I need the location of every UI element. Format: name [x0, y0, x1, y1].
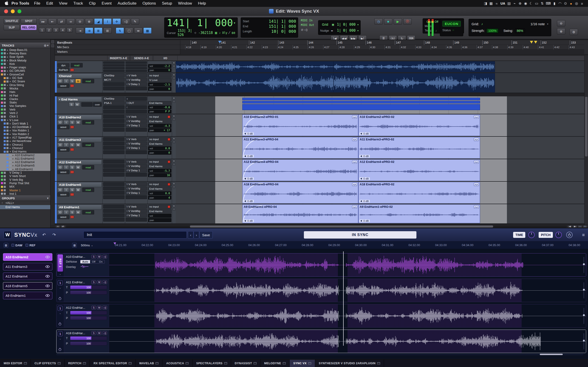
- track-lane[interactable]: [176, 96, 588, 114]
- undo-icon[interactable]: ↶: [41, 232, 48, 238]
- menu-item[interactable]: View: [56, 1, 70, 6]
- tab-transient-button[interactable]: ⇤: [48, 18, 57, 25]
- record-arm-indicator[interactable]: [168, 183, 170, 186]
- insert-send-slot[interactable]: b V Verb: [126, 182, 147, 186]
- pan-display[interactable]: pan16: [148, 173, 171, 177]
- insert-send-slot[interactable]: [126, 173, 147, 177]
- clip-drag-handle[interactable]: ⋮⋮: [335, 289, 340, 292]
- bottom-tab[interactable]: ACOUSTICA: [162, 360, 192, 367]
- insert-send-slot[interactable]: [126, 64, 147, 67]
- folder-arrow-icon[interactable]: ▾: [6, 73, 9, 76]
- groups-panel-header[interactable]: GROUPS ▾: [0, 195, 50, 201]
- bottom-tab[interactable]: WAVELAB: [136, 360, 162, 367]
- menu-item[interactable]: Window: [175, 1, 195, 6]
- sidebar-track-item[interactable]: ▸ Orca String: [0, 83, 50, 87]
- sidebar-track-item[interactable]: ▸ GC Snare: [0, 80, 50, 83]
- insert-send-slot[interactable]: b OUT: [126, 101, 147, 105]
- solo-button[interactable]: S: [69, 165, 75, 169]
- mode-grid-button[interactable]: REL GRID: [21, 25, 37, 30]
- record-button[interactable]: Ⓟ: [403, 18, 412, 25]
- sidebar-track-item[interactable]: ▸ Block Melody: [0, 59, 50, 62]
- automation-mode-button[interactable]: read: [82, 143, 94, 147]
- toolbar-settings-gear-icon[interactable]: ⚙: [570, 29, 578, 35]
- insert-send-slot[interactable]: [103, 150, 124, 154]
- folder-arrow-icon[interactable]: ▸: [6, 52, 9, 55]
- lane-track-name[interactable]: A18 EndHar...: [66, 332, 90, 335]
- hzoom-in-button[interactable]: +: [583, 225, 587, 228]
- focus-moon-icon[interactable]: ☾: [528, 1, 534, 6]
- hscroll-track[interactable]: [66, 225, 567, 227]
- folder-arrow-icon[interactable]: ▸: [9, 136, 11, 139]
- solo-button[interactable]: S: [69, 120, 75, 125]
- visibility-eye-icon[interactable]: [45, 256, 50, 259]
- insert-send-slot[interactable]: [103, 142, 124, 145]
- track-lane[interactable]: A11 EndHarm3-ePRO-04 0 dB A11 EndHarm3-e…: [176, 137, 588, 159]
- sidebar-track-item[interactable]: ▸ Don't Walk 1: [0, 122, 50, 125]
- clip-effects-icon[interactable]: [352, 115, 357, 119]
- clip-drag-handle[interactable]: ⋮⋮: [335, 314, 340, 318]
- zoom-preset-5[interactable]: 5: [67, 27, 73, 33]
- clip-effects-icon[interactable]: [474, 138, 479, 141]
- insert-send-slot[interactable]: c V VerbBig: [126, 209, 147, 213]
- solo-button[interactable]: S: [69, 102, 74, 107]
- insert-send-slot[interactable]: [103, 110, 124, 114]
- audio-clip[interactable]: A10 EndHarm2-ePRO-02 0 dB: [358, 115, 480, 136]
- folder-arrow-icon[interactable]: ▸: [6, 49, 9, 51]
- input-selector[interactable]: no input: [148, 160, 171, 164]
- clip-gain-badge[interactable]: 0 dB: [359, 219, 370, 222]
- sidebar-track-item[interactable]: ▸ Master 1: [0, 189, 50, 192]
- track-lane[interactable]: A12 EndHarm4-ePRO-04 0 dB A12 EndHarm4-e…: [176, 159, 588, 181]
- ref-gain-slider[interactable]: [583, 257, 585, 273]
- sidebar-track-item[interactable]: ▸ Stabs: [0, 101, 50, 104]
- insert-send-slot[interactable]: [103, 213, 124, 217]
- folder-clip-summary[interactable]: [242, 104, 480, 110]
- folder-arrow-icon[interactable]: ▸: [12, 158, 14, 160]
- pitch-slider[interactable]: 100: [70, 291, 107, 294]
- volume-display[interactable]: vol-0.6: [148, 106, 171, 109]
- clip-effects-icon[interactable]: [352, 205, 357, 209]
- insert-send-slot[interactable]: [103, 195, 124, 199]
- scroll-options-icon[interactable]: ≡: [56, 225, 60, 228]
- folder-arrow-icon[interactable]: ▸: [9, 147, 11, 149]
- track-lane[interactable]: [176, 61, 588, 73]
- volume-display[interactable]: vol0.0: [148, 191, 171, 195]
- sends-column-header[interactable]: SENDS A-E: [130, 56, 153, 61]
- input-selector[interactable]: no input: [148, 137, 171, 141]
- track-view-selector[interactable]: RePitch: [57, 68, 69, 72]
- clip-effects-icon[interactable]: [474, 115, 479, 119]
- output-selector[interactable]: End Harms: [148, 164, 171, 168]
- sidebar-track-item[interactable]: ▸ GC DRUMS: [0, 69, 50, 73]
- waves-app-icon[interactable]: ≈: [494, 2, 499, 6]
- edit-horizontal-scrollbar[interactable]: ≡ ⇄ ◀ ▶ − +: [55, 225, 588, 228]
- input-selector[interactable]: no input: [148, 182, 171, 186]
- ref-mute-button[interactable]: M: [97, 255, 102, 259]
- lane-collapse-chevron[interactable]: ⌄: [59, 337, 61, 340]
- bottom-tab[interactable]: MIDI EDITOR: [0, 360, 31, 367]
- eucon-badge[interactable]: EUCON: [442, 21, 461, 27]
- ref-track-name[interactable]: A10 EndHar...: [66, 255, 90, 259]
- menu-item[interactable]: File: [31, 1, 43, 6]
- app-name[interactable]: Pro Tools: [11, 1, 29, 6]
- visibility-eye-icon[interactable]: [45, 265, 50, 268]
- sidebar-track-item[interactable]: ▸ Verb 2: [0, 111, 50, 115]
- lane-number[interactable]: 1: [58, 331, 63, 336]
- zoom-grid-icon[interactable]: ▦: [72, 243, 77, 248]
- audio-clip[interactable]: [176, 73, 495, 92]
- volume-display[interactable]: vol: [148, 214, 171, 218]
- input-monitor-button[interactable]: I: [63, 210, 69, 215]
- pitch-slider[interactable]: 100: [70, 316, 107, 320]
- sidebar-track-item[interactable]: ▸ Vox Riddim 2: [0, 132, 50, 136]
- insert-send-slot[interactable]: [126, 195, 147, 199]
- track-view-selector[interactable]: wave: [57, 215, 69, 219]
- insert-send-slot[interactable]: [103, 160, 124, 164]
- mute-button[interactable]: M: [75, 210, 81, 215]
- insert-send-slot[interactable]: [103, 186, 124, 190]
- group-list-item[interactable]: ! <ALL>: [0, 201, 50, 205]
- bottom-tab[interactable]: RX SPECTRAL EDITOR: [90, 360, 136, 367]
- mic-active-icon[interactable]: ●: [568, 2, 574, 6]
- ref-waveform-area[interactable]: [109, 253, 586, 276]
- zoom-toggle-button[interactable]: ▸▸: [39, 18, 47, 25]
- strip-option-button[interactable]: [173, 163, 175, 166]
- grabber-tool-button[interactable]: ✛: [112, 18, 121, 25]
- insert-send-slot[interactable]: [126, 86, 147, 90]
